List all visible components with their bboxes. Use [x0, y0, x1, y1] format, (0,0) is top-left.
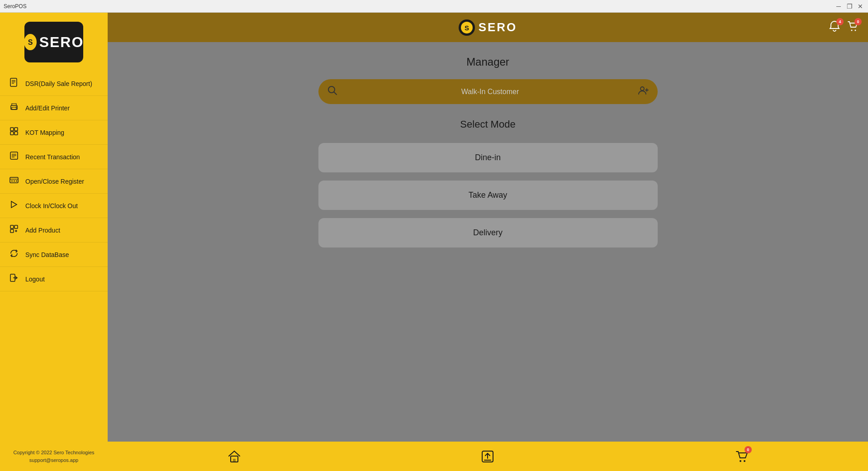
header: S SERO 4: [108, 13, 868, 42]
svg-point-32: [855, 29, 856, 31]
svg-rect-17: [10, 177, 18, 183]
svg-rect-22: [10, 225, 14, 228]
svg-rect-2: [10, 78, 17, 86]
sidebar-item-open-close-register[interactable]: Open/Close Register: [0, 169, 108, 194]
svg-point-44: [744, 460, 745, 462]
header-logo: S SERO: [459, 19, 517, 36]
delivery-button[interactable]: Delivery: [318, 218, 658, 247]
sidebar-nav: DSR(Daily Sale Report) Add/Edit Printer: [0, 71, 108, 442]
cart-header-button[interactable]: 0: [846, 20, 859, 35]
add-product-icon: [9, 224, 19, 236]
sidebar-item-clock-label: Clock In/Clock Out: [25, 202, 78, 209]
dine-in-button[interactable]: Dine-in: [318, 143, 658, 172]
svg-text:S: S: [465, 24, 469, 32]
sidebar-item-add-edit-printer[interactable]: Add/Edit Printer: [0, 96, 108, 120]
sidebar-item-sync-database[interactable]: Sync DataBase: [0, 243, 108, 267]
sidebar-item-clock-in-out[interactable]: Clock In/Clock Out: [0, 194, 108, 218]
header-actions: 4 0: [828, 20, 859, 35]
notification-badge: 4: [836, 18, 844, 25]
search-icon: [327, 86, 337, 98]
printer-icon: [9, 102, 19, 114]
clock-icon: [9, 200, 19, 211]
title-bar-controls: ─ ❐ ✕: [835, 2, 864, 10]
svg-point-31: [851, 29, 853, 31]
page-title: Manager: [466, 56, 509, 68]
cart-header-badge: 0: [854, 18, 862, 25]
content-area: Manager: [108, 42, 868, 442]
header-logo-s-icon: S: [461, 22, 473, 33]
svg-point-43: [740, 460, 741, 462]
svg-rect-23: [14, 225, 18, 228]
sidebar-logo: S SERO: [18, 17, 90, 67]
sidebar-item-sync-label: Sync DataBase: [25, 251, 69, 258]
sidebar-item-dsr[interactable]: DSR(Daily Sale Report): [0, 71, 108, 96]
search-input[interactable]: [343, 88, 638, 96]
sidebar-item-register-label: Open/Close Register: [25, 178, 84, 185]
sync-icon: [9, 249, 19, 260]
svg-point-8: [16, 106, 17, 107]
take-away-button[interactable]: Take Away: [318, 181, 658, 210]
logo-s-icon: S: [24, 34, 37, 50]
sidebar-item-add-product-label: Add Product: [25, 227, 60, 234]
svg-rect-24: [10, 229, 14, 233]
svg-rect-20: [14, 181, 15, 181]
app-container: S SERO DSR(Daily Sale Report): [0, 13, 868, 471]
sidebar-item-logout[interactable]: Logout: [0, 267, 108, 291]
svg-rect-21: [16, 181, 17, 181]
cart-bottom-badge: 0: [745, 446, 752, 453]
notification-button[interactable]: 4: [828, 20, 841, 35]
upload-button[interactable]: [476, 445, 499, 468]
sidebar-item-recent-transaction[interactable]: Recent Transaction: [0, 145, 108, 169]
svg-rect-11: [10, 132, 14, 135]
home-button[interactable]: [223, 445, 246, 468]
select-mode-title: Select Mode: [460, 119, 515, 130]
sidebar-item-logout-label: Logout: [25, 276, 45, 283]
logout-icon: [9, 273, 19, 285]
footer-line1: Copyright © 2022 Sero Technologies: [13, 449, 94, 457]
sidebar-item-kot-mapping[interactable]: KOT Mapping: [0, 120, 108, 145]
sidebar-item-add-product[interactable]: Add Product: [0, 218, 108, 243]
sidebar-item-dsr-label: DSR(Daily Sale Report): [25, 80, 92, 87]
header-logo-circle: S: [459, 19, 475, 36]
footer-line2: support@seropos.app: [13, 457, 94, 465]
transaction-icon: [9, 151, 19, 162]
main-content: S SERO 4: [108, 13, 868, 471]
title-bar-title: SeroPOS: [4, 3, 27, 10]
cart-button[interactable]: 0: [730, 445, 753, 468]
header-logo-text: SERO: [479, 20, 517, 34]
sidebar-item-kot-label: KOT Mapping: [25, 129, 64, 136]
maximize-button[interactable]: ❐: [845, 2, 854, 10]
close-button[interactable]: ✕: [856, 2, 864, 10]
search-bar: [318, 79, 658, 104]
title-bar: SeroPOS ─ ❐ ✕: [0, 0, 868, 13]
kot-icon: [9, 127, 19, 138]
sidebar: S SERO DSR(Daily Sale Report): [0, 13, 108, 471]
sidebar-footer: Copyright © 2022 Sero Technologies suppo…: [7, 442, 100, 471]
sidebar-item-printer-label: Add/Edit Printer: [25, 105, 70, 112]
svg-rect-10: [14, 128, 18, 131]
register-icon: [9, 176, 19, 187]
sidebar-item-transaction-label: Recent Transaction: [25, 153, 80, 161]
svg-rect-19: [11, 181, 13, 181]
svg-text:S: S: [28, 38, 33, 46]
dsr-icon: [9, 78, 19, 89]
svg-rect-9: [10, 128, 14, 131]
add-customer-icon[interactable]: [638, 85, 649, 98]
svg-point-35: [640, 87, 644, 90]
svg-line-34: [334, 92, 337, 95]
logo-circle: S SERO: [24, 22, 83, 62]
minimize-button[interactable]: ─: [835, 2, 843, 10]
bottom-bar: 0: [108, 442, 868, 471]
svg-rect-39: [233, 459, 236, 462]
sidebar-logo-text: SERO: [39, 34, 84, 51]
svg-rect-12: [14, 132, 18, 135]
